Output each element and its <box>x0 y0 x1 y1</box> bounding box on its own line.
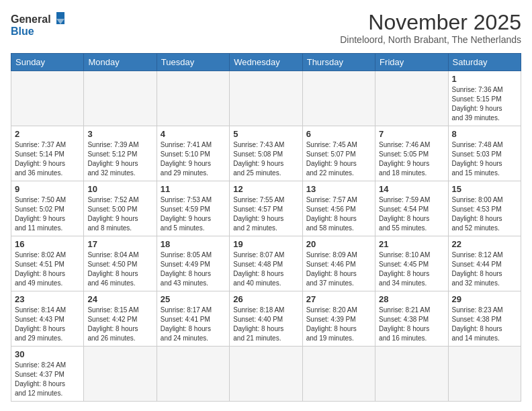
calendar-cell: 15Sunrise: 8:00 AM Sunset: 4:53 PM Dayli… <box>448 181 521 236</box>
calendar-week-row: 16Sunrise: 8:02 AM Sunset: 4:51 PM Dayli… <box>11 236 521 291</box>
calendar-cell: 21Sunrise: 8:10 AM Sunset: 4:45 PM Dayli… <box>375 236 448 291</box>
calendar-cell: 28Sunrise: 8:21 AM Sunset: 4:38 PM Dayli… <box>375 291 448 347</box>
day-number: 12 <box>233 184 298 194</box>
calendar-cell <box>302 347 375 402</box>
day-number: 2 <box>15 129 80 139</box>
calendar-cell: 22Sunrise: 8:12 AM Sunset: 4:44 PM Dayli… <box>448 236 521 291</box>
day-info: Sunrise: 7:39 AM Sunset: 5:12 PM Dayligh… <box>87 140 152 178</box>
day-number: 21 <box>379 239 444 249</box>
day-number: 24 <box>87 294 152 304</box>
day-info: Sunrise: 8:07 AM Sunset: 4:48 PM Dayligh… <box>233 250 298 288</box>
col-header-tuesday: Tuesday <box>157 54 229 71</box>
day-number: 6 <box>306 129 371 139</box>
logo: General Blue <box>11 11 64 40</box>
calendar-cell: 12Sunrise: 7:55 AM Sunset: 4:57 PM Dayli… <box>230 181 302 236</box>
day-number: 4 <box>161 129 226 139</box>
col-header-friday: Friday <box>375 54 448 71</box>
day-info: Sunrise: 8:10 AM Sunset: 4:45 PM Dayligh… <box>379 250 444 288</box>
day-number: 23 <box>15 294 80 304</box>
calendar-cell: 11Sunrise: 7:53 AM Sunset: 4:59 PM Dayli… <box>157 181 229 236</box>
day-number: 28 <box>379 294 444 304</box>
calendar-cell <box>302 71 375 126</box>
calendar-cell: 26Sunrise: 8:18 AM Sunset: 4:40 PM Dayli… <box>230 291 302 347</box>
calendar-cell <box>375 347 448 402</box>
day-info: Sunrise: 8:21 AM Sunset: 4:38 PM Dayligh… <box>379 306 444 343</box>
calendar-cell: 13Sunrise: 7:57 AM Sunset: 4:56 PM Dayli… <box>302 181 375 236</box>
calendar-week-row: 2Sunrise: 7:37 AM Sunset: 5:14 PM Daylig… <box>11 126 521 181</box>
calendar-week-row: 23Sunrise: 8:14 AM Sunset: 4:43 PM Dayli… <box>11 291 521 347</box>
day-number: 19 <box>233 239 298 249</box>
day-info: Sunrise: 7:53 AM Sunset: 4:59 PM Dayligh… <box>161 195 226 233</box>
calendar-week-row: 30Sunrise: 8:24 AM Sunset: 4:37 PM Dayli… <box>11 347 521 402</box>
day-number: 18 <box>161 239 226 249</box>
day-info: Sunrise: 7:43 AM Sunset: 5:08 PM Dayligh… <box>233 140 298 178</box>
col-header-sunday: Sunday <box>11 54 84 71</box>
day-info: Sunrise: 7:36 AM Sunset: 5:15 PM Dayligh… <box>452 85 517 123</box>
calendar-cell: 4Sunrise: 7:41 AM Sunset: 5:10 PM Daylig… <box>157 126 229 181</box>
calendar-cell: 2Sunrise: 7:37 AM Sunset: 5:14 PM Daylig… <box>11 126 84 181</box>
col-header-monday: Monday <box>84 54 157 71</box>
calendar-cell: 7Sunrise: 7:46 AM Sunset: 5:05 PM Daylig… <box>375 126 448 181</box>
day-number: 20 <box>306 239 371 249</box>
day-number: 25 <box>161 294 226 304</box>
day-info: Sunrise: 7:59 AM Sunset: 4:54 PM Dayligh… <box>379 195 444 233</box>
day-info: Sunrise: 7:55 AM Sunset: 4:57 PM Dayligh… <box>233 195 298 233</box>
day-number: 8 <box>452 129 517 139</box>
header: General Blue November 2025 Dinteloord, N… <box>11 11 521 45</box>
day-number: 27 <box>306 294 371 304</box>
day-number: 30 <box>15 349 80 359</box>
calendar-cell: 29Sunrise: 8:23 AM Sunset: 4:38 PM Dayli… <box>448 291 521 347</box>
col-header-wednesday: Wednesday <box>230 54 302 71</box>
calendar-cell: 24Sunrise: 8:15 AM Sunset: 4:42 PM Dayli… <box>84 291 157 347</box>
day-number: 10 <box>87 184 152 194</box>
calendar-cell: 9Sunrise: 7:50 AM Sunset: 5:02 PM Daylig… <box>11 181 84 236</box>
calendar-cell <box>230 71 302 126</box>
calendar-cell <box>157 71 229 126</box>
calendar-cell: 27Sunrise: 8:20 AM Sunset: 4:39 PM Dayli… <box>302 291 375 347</box>
calendar-cell <box>84 71 157 126</box>
calendar-cell: 30Sunrise: 8:24 AM Sunset: 4:37 PM Dayli… <box>11 347 84 402</box>
day-number: 29 <box>452 294 517 304</box>
day-number: 9 <box>15 184 80 194</box>
day-number: 13 <box>306 184 371 194</box>
calendar-table: SundayMondayTuesdayWednesdayThursdayFrid… <box>11 53 521 402</box>
calendar-cell: 6Sunrise: 7:45 AM Sunset: 5:07 PM Daylig… <box>302 126 375 181</box>
day-number: 17 <box>87 239 152 249</box>
calendar-cell <box>375 71 448 126</box>
day-info: Sunrise: 8:15 AM Sunset: 4:42 PM Dayligh… <box>87 306 152 343</box>
day-info: Sunrise: 8:02 AM Sunset: 4:51 PM Dayligh… <box>15 250 80 288</box>
day-info: Sunrise: 7:46 AM Sunset: 5:05 PM Dayligh… <box>379 140 444 178</box>
svg-text:General: General <box>11 13 51 25</box>
month-year-title: November 2025 <box>340 11 521 34</box>
calendar-cell: 5Sunrise: 7:43 AM Sunset: 5:08 PM Daylig… <box>230 126 302 181</box>
day-info: Sunrise: 7:37 AM Sunset: 5:14 PM Dayligh… <box>15 140 80 178</box>
calendar-cell: 10Sunrise: 7:52 AM Sunset: 5:00 PM Dayli… <box>84 181 157 236</box>
day-number: 7 <box>379 129 444 139</box>
calendar-cell: 14Sunrise: 7:59 AM Sunset: 4:54 PM Dayli… <box>375 181 448 236</box>
calendar-cell <box>11 71 84 126</box>
day-info: Sunrise: 8:04 AM Sunset: 4:50 PM Dayligh… <box>87 250 152 288</box>
day-info: Sunrise: 8:18 AM Sunset: 4:40 PM Dayligh… <box>233 306 298 343</box>
day-info: Sunrise: 8:14 AM Sunset: 4:43 PM Dayligh… <box>15 306 80 343</box>
day-number: 14 <box>379 184 444 194</box>
day-info: Sunrise: 8:12 AM Sunset: 4:44 PM Dayligh… <box>452 250 517 288</box>
day-info: Sunrise: 7:45 AM Sunset: 5:07 PM Dayligh… <box>306 140 371 178</box>
svg-text:Blue: Blue <box>11 26 34 37</box>
day-number: 22 <box>452 239 517 249</box>
calendar-cell <box>84 347 157 402</box>
col-header-thursday: Thursday <box>302 54 375 71</box>
day-info: Sunrise: 7:57 AM Sunset: 4:56 PM Dayligh… <box>306 195 371 233</box>
day-number: 3 <box>87 129 152 139</box>
day-number: 1 <box>452 74 517 84</box>
day-info: Sunrise: 8:20 AM Sunset: 4:39 PM Dayligh… <box>306 306 371 343</box>
calendar-cell: 1Sunrise: 7:36 AM Sunset: 5:15 PM Daylig… <box>448 71 521 126</box>
day-info: Sunrise: 8:09 AM Sunset: 4:46 PM Dayligh… <box>306 250 371 288</box>
calendar-cell: 17Sunrise: 8:04 AM Sunset: 4:50 PM Dayli… <box>84 236 157 291</box>
day-info: Sunrise: 7:48 AM Sunset: 5:03 PM Dayligh… <box>452 140 517 178</box>
day-number: 15 <box>452 184 517 194</box>
day-info: Sunrise: 8:17 AM Sunset: 4:41 PM Dayligh… <box>161 306 226 343</box>
col-header-saturday: Saturday <box>448 54 521 71</box>
calendar-cell <box>230 347 302 402</box>
calendar-week-row: 9Sunrise: 7:50 AM Sunset: 5:02 PM Daylig… <box>11 181 521 236</box>
day-info: Sunrise: 8:24 AM Sunset: 4:37 PM Dayligh… <box>15 361 80 398</box>
